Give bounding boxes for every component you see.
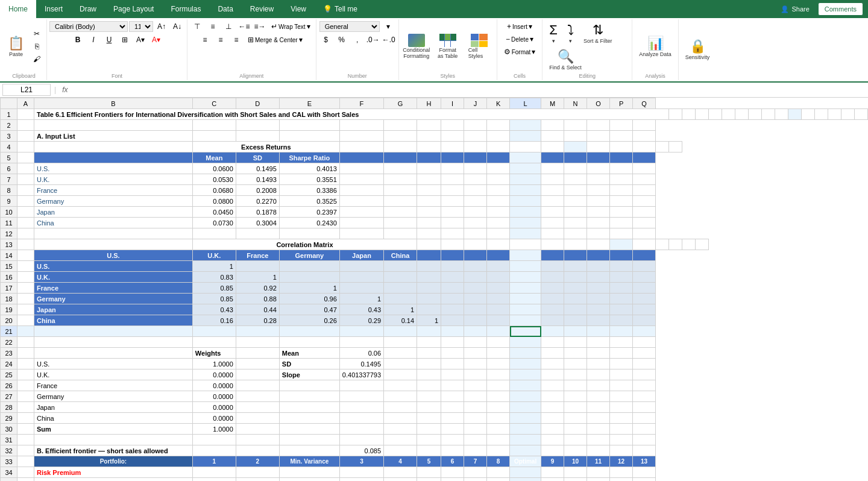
row-header-22[interactable]: 22 — [1, 337, 17, 348]
cell-h-11[interactable] — [417, 218, 441, 228]
cell-q-2[interactable] — [633, 120, 656, 131]
cell-a-22[interactable] — [17, 337, 34, 348]
col-header-n[interactable]: N — [564, 98, 587, 109]
cell-b-13[interactable] — [34, 239, 193, 250]
cell-d-16[interactable]: 1 — [236, 272, 279, 283]
cell-p-11[interactable] — [610, 218, 633, 228]
cell-q-28[interactable] — [633, 402, 656, 413]
cell-k-27[interactable] — [487, 391, 510, 402]
cell-o-35[interactable] — [587, 478, 610, 482]
cell-n-7[interactable] — [564, 174, 587, 185]
cell-d-31[interactable] — [236, 435, 279, 445]
cell-i-21[interactable] — [441, 326, 464, 337]
cell-k-11[interactable] — [487, 218, 510, 228]
cell-m-11[interactable] — [541, 218, 564, 228]
cell-f-17[interactable] — [339, 283, 383, 294]
cell-d-34[interactable] — [236, 467, 279, 478]
cell-i-24[interactable] — [441, 359, 464, 369]
comma-button[interactable]: , — [350, 34, 365, 46]
cell-e-18[interactable]: 0.96 — [279, 294, 339, 304]
cell-f-26[interactable] — [339, 380, 383, 391]
cell-h-26[interactable] — [417, 380, 441, 391]
row-header-14[interactable]: 14 — [1, 250, 17, 261]
cell-d-14[interactable]: France — [236, 250, 279, 261]
cell-q-35[interactable] — [633, 478, 656, 482]
cell-l-9[interactable] — [510, 196, 541, 207]
col-header-o[interactable]: O — [587, 98, 610, 109]
cell-b-2[interactable] — [34, 120, 193, 131]
row-header-33[interactable]: 33 — [1, 456, 17, 467]
cell-i-9[interactable] — [441, 196, 464, 207]
cell-k-5[interactable] — [487, 152, 510, 163]
cell-b-4[interactable] — [34, 142, 193, 152]
cell-f-32[interactable]: 0.085 — [339, 445, 383, 456]
cell-b-25[interactable]: U.K. — [34, 369, 193, 380]
cell-f-4[interactable] — [417, 142, 441, 152]
cell-c-27[interactable]: 0.0000 — [192, 391, 236, 402]
cell-g-23[interactable] — [384, 348, 417, 359]
cell-n-33[interactable]: 10 — [564, 456, 587, 467]
cell-o-11[interactable] — [587, 218, 610, 228]
cell-o-21[interactable] — [587, 326, 610, 337]
cell-k-24[interactable] — [487, 359, 510, 369]
cell-o-5[interactable] — [587, 152, 610, 163]
cell-a-19[interactable] — [17, 304, 34, 315]
cell-c-24[interactable]: 1.0000 — [192, 359, 236, 369]
analyze-data-button[interactable]: 📊 Analyze Data — [635, 34, 676, 59]
cell-j-26[interactable] — [464, 380, 487, 391]
cell-c-29[interactable]: 0.0000 — [192, 413, 236, 424]
cell-n-23[interactable] — [564, 348, 587, 359]
cell-f-25[interactable]: 0.401337793 — [339, 369, 383, 380]
cell-k-16[interactable] — [487, 272, 510, 283]
cell-n-15[interactable] — [564, 261, 587, 272]
cell-d-10[interactable]: 0.1878 — [236, 207, 279, 218]
cell-o-4[interactable] — [633, 142, 656, 152]
cell-h-27[interactable] — [417, 391, 441, 402]
cell-g-10[interactable] — [384, 207, 417, 218]
cell-p-17[interactable] — [610, 283, 633, 294]
cell-n-28[interactable] — [564, 402, 587, 413]
row-header-10[interactable]: 10 — [1, 207, 17, 218]
cell-j-21[interactable] — [464, 326, 487, 337]
cell-k-34[interactable] — [487, 467, 510, 478]
cell-l-18[interactable] — [510, 294, 541, 304]
cell-b-30[interactable]: Sum — [34, 424, 193, 435]
cell-q-19[interactable] — [633, 304, 656, 315]
col-header-m[interactable]: M — [541, 98, 564, 109]
cell-l-35[interactable] — [510, 478, 541, 482]
cell-f-12[interactable] — [339, 228, 383, 239]
cell-c-21[interactable] — [192, 326, 236, 337]
cell-k-15[interactable] — [487, 261, 510, 272]
cell-j-16[interactable] — [464, 272, 487, 283]
cell-m-17[interactable] — [541, 283, 564, 294]
cell-j-10[interactable] — [464, 207, 487, 218]
cell-g-11[interactable] — [384, 218, 417, 228]
row-header-18[interactable]: 18 — [1, 294, 17, 304]
cell-f-30[interactable] — [339, 424, 383, 435]
cell-f-24[interactable]: 0.1495 — [339, 359, 383, 369]
cell-n-20[interactable] — [564, 315, 587, 326]
cell-k-12[interactable] — [487, 228, 510, 239]
cell-g-9[interactable] — [384, 196, 417, 207]
cell-l-6[interactable] — [510, 163, 541, 174]
cell-g-14[interactable]: China — [384, 250, 417, 261]
cell-k-1[interactable] — [775, 109, 788, 120]
cell-n-35[interactable] — [564, 478, 587, 482]
cell-q-10[interactable] — [633, 207, 656, 218]
row-header-29[interactable]: 29 — [1, 413, 17, 424]
row-header-34[interactable]: 34 — [1, 467, 17, 478]
paste-button[interactable]: 📋 Paste — [4, 34, 28, 59]
cell-c-20[interactable]: 0.16 — [192, 315, 236, 326]
cell-p-19[interactable] — [610, 304, 633, 315]
cell-n-14[interactable] — [564, 250, 587, 261]
cell-d-26[interactable] — [236, 380, 279, 391]
cell-b-21[interactable] — [34, 326, 193, 337]
cell-c-26[interactable]: 0.0000 — [192, 380, 236, 391]
cell-h-22[interactable] — [417, 337, 441, 348]
cell-c-33[interactable]: 1 — [192, 456, 236, 467]
cell-e-30[interactable] — [279, 424, 339, 435]
cell-m-6[interactable] — [541, 163, 564, 174]
cell-a-24[interactable] — [17, 359, 34, 369]
cell-l-1[interactable] — [788, 109, 801, 120]
cell-d-9[interactable]: 0.2270 — [236, 196, 279, 207]
